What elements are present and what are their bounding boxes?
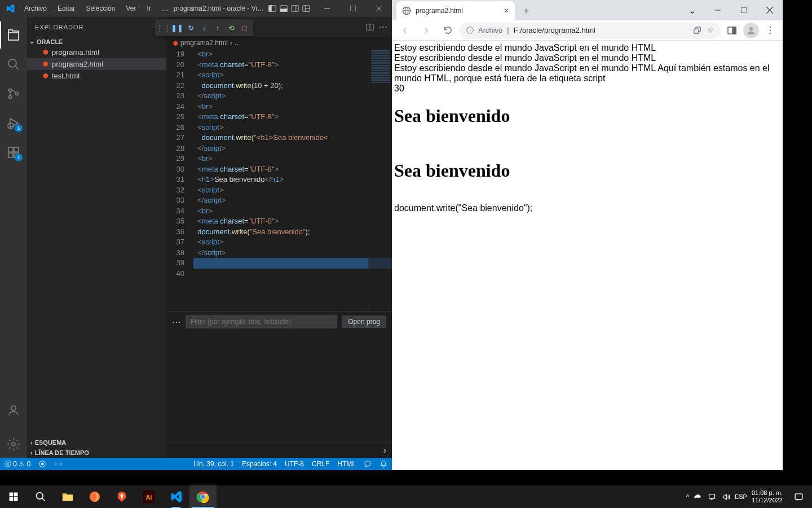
minimap[interactable] [368, 49, 392, 311]
illustrator-icon[interactable]: Ai [135, 485, 162, 508]
menu-item[interactable]: Editar [53, 3, 80, 14]
activity-bar: 1 1 [0, 17, 27, 458]
menu-item[interactable]: Archivo [20, 3, 51, 14]
tray-language[interactable]: ESP [735, 493, 747, 500]
filter-input[interactable] [186, 315, 337, 329]
new-tab-button[interactable]: ＋ [518, 3, 534, 19]
chrome-menu-icon[interactable]: ⋮ [761, 25, 779, 36]
menu-item[interactable]: Ir [142, 3, 155, 14]
account-icon[interactable] [0, 397, 27, 424]
status-feedback-icon[interactable] [364, 460, 372, 468]
code-editor[interactable]: 1920212223242526272829303132333435363738… [166, 49, 392, 311]
status-port-icon[interactable] [38, 460, 46, 468]
explorer-icon[interactable] [0, 21, 27, 49]
status-bell-icon[interactable] [379, 460, 387, 468]
run-debug-icon[interactable]: 1 [0, 110, 27, 137]
status-eol[interactable]: CRLF [312, 460, 329, 468]
status-encoding[interactable]: UTF-8 [285, 460, 304, 468]
status-lang[interactable]: HTML [337, 460, 356, 468]
file-item[interactable]: ⬢programa2.html [27, 58, 166, 70]
step-into-icon[interactable]: ↓ [198, 21, 210, 34]
system-tray: ^ ESP 01:08 p. m. 11/12/2022 [686, 485, 812, 508]
chrome-taskbar-icon[interactable] [189, 485, 217, 508]
brave-icon[interactable] [108, 485, 135, 508]
tray-date: 11/12/2022 [752, 497, 783, 504]
file-explorer-icon[interactable] [54, 485, 81, 508]
side-panel-icon[interactable] [723, 26, 741, 35]
bookmark-star-icon[interactable]: ☆ [707, 26, 714, 34]
vscode-logo-icon [0, 4, 20, 13]
minimize-button[interactable] [314, 0, 340, 17]
firefox-icon[interactable] [81, 485, 108, 508]
tray-datetime[interactable]: 01:08 p. m. 11/12/2022 [752, 489, 783, 504]
menu-item[interactable]: Selección [81, 3, 120, 14]
status-live-icon[interactable] [54, 460, 62, 468]
share-icon[interactable] [693, 26, 701, 34]
chevron-right-icon[interactable]: › [383, 445, 386, 456]
more-icon[interactable]: ⋯ [378, 21, 387, 32]
minimize-button[interactable] [705, 0, 731, 20]
source-control-icon[interactable] [0, 80, 27, 107]
notifications-icon[interactable] [787, 485, 810, 508]
step-out-icon[interactable]: ↑ [211, 21, 224, 34]
status-ln-col[interactable]: Lín. 39, col. 1 [193, 460, 234, 468]
vscode-taskbar-icon[interactable] [162, 485, 189, 508]
panel-nav: › [166, 442, 392, 458]
profile-avatar[interactable] [743, 23, 759, 38]
layout-icon[interactable] [302, 4, 311, 13]
tray-chevron-icon[interactable]: ^ [686, 493, 689, 500]
timeline-section[interactable]: ›LÍNEA DE TIEMPO [27, 448, 166, 458]
onedrive-icon[interactable] [694, 493, 702, 501]
status-errors[interactable]: ⓧ 0 ⚠ 0 [5, 459, 30, 469]
step-over-icon[interactable]: ↻ [184, 21, 197, 34]
back-button[interactable] [395, 23, 414, 38]
chrome-menu-caret-icon[interactable]: ⌄ [679, 0, 705, 20]
panel-bottom-icon[interactable] [279, 4, 288, 13]
site-info-icon[interactable]: ⓘ [466, 25, 474, 36]
split-editor-icon[interactable] [366, 23, 374, 31]
reload-button[interactable] [438, 23, 457, 38]
debug-toolbar[interactable]: ⋮⋮ ❚❚ ↻ ↓ ↑ ⟲ □ [155, 19, 253, 36]
panel-more-icon[interactable]: ⋯ [172, 317, 181, 327]
maximize-button[interactable] [340, 0, 366, 17]
layout-icons [264, 4, 314, 13]
windows-taskbar: Ai ^ ESP 01:08 p. m. 11/12/2022 [0, 485, 812, 508]
drag-handle-icon[interactable]: ⋮⋮ [157, 21, 170, 34]
search-button[interactable] [27, 485, 54, 508]
browser-tab[interactable]: programa2.html ✕ [396, 1, 515, 20]
stop-icon[interactable]: □ [239, 21, 251, 34]
tab-close-icon[interactable]: ✕ [504, 7, 509, 15]
open-prog-button[interactable]: Open prog [342, 316, 386, 328]
restart-icon[interactable]: ⟲ [225, 21, 237, 34]
network-icon[interactable] [708, 493, 716, 501]
close-button[interactable] [757, 0, 783, 20]
status-spaces[interactable]: Espacios: 4 [242, 460, 277, 468]
omnibox[interactable]: ⓘ Archivo | F:/oracle/programa2.html ☆ [460, 23, 721, 38]
extensions-icon[interactable]: 1 [0, 139, 27, 166]
svg-point-23 [11, 406, 16, 410]
file-item[interactable]: ⬢programa.html [27, 46, 166, 58]
folder-row[interactable]: ⌄ ORACLE [27, 37, 166, 46]
page-text: Estoy escribiendo desde el mundo JavaScr… [394, 63, 770, 83]
vscode-window: ArchivoEditarSelecciónVerIr… programa2.h… [0, 0, 392, 470]
menu-item[interactable]: Ver [121, 3, 140, 14]
vscode-titlebar[interactable]: ArchivoEditarSelecciónVerIr… programa2.h… [0, 0, 392, 17]
breadcrumb[interactable]: ⬢ programa2.html › … [166, 37, 392, 49]
settings-gear-icon[interactable] [0, 431, 27, 458]
start-button[interactable] [0, 485, 27, 508]
file-item[interactable]: ⬢test.html [27, 70, 166, 82]
maximize-button[interactable] [731, 0, 757, 20]
panel-right-icon[interactable] [290, 4, 299, 13]
close-button[interactable] [366, 0, 392, 17]
menu-item[interactable]: … [157, 3, 173, 14]
search-icon[interactable] [0, 51, 27, 78]
forward-button[interactable] [417, 23, 436, 38]
panel-left-icon[interactable] [268, 4, 277, 13]
volume-icon[interactable] [722, 493, 730, 501]
svg-rect-19 [8, 147, 13, 152]
outline-section[interactable]: ›ESQUEMA [27, 437, 166, 448]
pause-icon[interactable]: ❚❚ [171, 21, 183, 34]
svg-rect-43 [14, 497, 18, 501]
code-lines[interactable]: <br> <meta charset="UTF-8"> <script> doc… [193, 49, 392, 311]
svg-point-16 [9, 96, 12, 99]
